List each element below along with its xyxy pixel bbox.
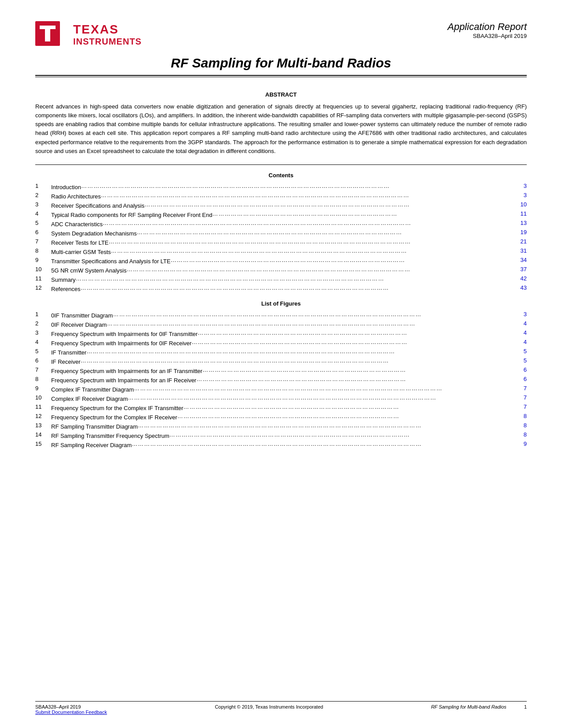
figure-label: 0IF Transmitter Diagram……………………………………………… xyxy=(51,310,514,320)
figure-row: 2 0IF Receiver Diagram………………………………………………… xyxy=(35,320,527,329)
toc-page[interactable]: 10 xyxy=(514,201,527,210)
figure-label: Complex IF Transmitter Diagram…………………………… xyxy=(51,385,514,394)
svg-rect-2 xyxy=(45,29,50,41)
toc-label: Summary………………………………………………………………………………………… xyxy=(51,275,514,284)
figure-label: Frequency Spectrum for the Complex IF Re… xyxy=(51,412,514,422)
toc-num: 9 xyxy=(35,256,51,265)
figure-page[interactable]: 9 xyxy=(514,440,527,449)
figure-label-text: RF Sampling Transmitter Frequency Spectr… xyxy=(51,433,169,439)
footer: SBAA328–April 2019 Submit Documentation … xyxy=(0,701,562,715)
toc-label: Receiver Specifications and Analysis…………… xyxy=(51,201,514,210)
toc-label-text: Multi-carrier GSM Tests xyxy=(51,249,111,255)
toc-label: Multi-carrier GSM Tests……………………………………………… xyxy=(51,247,514,256)
figures-title: List of Figures xyxy=(35,300,527,307)
toc-page[interactable]: 11 xyxy=(514,210,527,219)
figure-label: RF Sampling Receiver Diagram………………………………… xyxy=(51,440,514,449)
figure-dots: ……………………………………………………………………………………………………… xyxy=(169,431,410,438)
toc-label-text: System Degradation Mechanisms xyxy=(51,230,137,237)
toc-page[interactable]: 3 xyxy=(514,182,527,191)
figure-dots: ………………………………………………………………………………………… xyxy=(197,329,407,336)
footer-page: 1 xyxy=(524,704,527,709)
figure-page[interactable]: 8 xyxy=(514,422,527,431)
figure-dots: ……………………………………………………………………………………………… xyxy=(177,413,399,419)
toc-page[interactable]: 3 xyxy=(514,191,527,201)
toc-row: 6 System Degradation Mechanisms………………………… xyxy=(35,228,527,238)
figure-dots: ………………………………………………………………………………………… xyxy=(196,376,406,382)
toc-label-text: 5G NR cmW System Analysis xyxy=(51,267,127,274)
figure-page[interactable]: 8 xyxy=(514,431,527,440)
toc-page[interactable]: 37 xyxy=(514,265,527,275)
figure-dots: …………………………………………………………………………………………… xyxy=(192,339,408,345)
figure-num: 7 xyxy=(35,366,51,375)
toc-row: 11 Summary………………………………………………………………………………… xyxy=(35,275,527,284)
figure-label: IF Transmitter……………………………………………………………………… xyxy=(51,347,514,357)
figure-dots: …………………………………………………………………………………………………………… xyxy=(113,311,421,317)
toc-label-text: Transmitter Specifications and Analysis … xyxy=(51,258,171,265)
toc-dots: …………………………………………………………………………………………………………… xyxy=(145,201,410,208)
toc-label-text: ADC Characteristics xyxy=(51,221,103,228)
figure-num: 9 xyxy=(35,385,51,394)
figure-label-text: Frequency Spectrum for the Complex IF Re… xyxy=(51,414,177,421)
figure-dots: …………………………………………………………………………………………………………… xyxy=(80,357,389,364)
figure-page[interactable]: 7 xyxy=(514,385,527,394)
figure-row: 11 Frequency Spectrum for the Complex IF… xyxy=(35,403,527,412)
figure-page[interactable]: 5 xyxy=(514,347,527,357)
toc-num: 8 xyxy=(35,247,51,256)
figure-label-text: Frequency Spectrum with Impairments for … xyxy=(51,340,192,347)
toc-row: 5 ADC Characteristics…………………………………………………… xyxy=(35,219,527,228)
submit-feedback-link[interactable]: Submit Documentation Feedback xyxy=(35,709,107,715)
toc-label: Typical Radio components for RF Sampling… xyxy=(51,210,514,219)
toc-page[interactable]: 21 xyxy=(514,238,527,247)
figure-dots: …………………………………………………………………………………………………………… xyxy=(86,348,395,355)
figure-page[interactable]: 4 xyxy=(514,329,527,338)
figure-num: 1 xyxy=(35,310,51,320)
figure-num: 13 xyxy=(35,422,51,431)
toc-page[interactable]: 19 xyxy=(514,228,527,238)
figure-row: 1 0IF Transmitter Diagram………………………………………… xyxy=(35,310,527,320)
toc-page[interactable]: 42 xyxy=(514,275,527,284)
figures-section: List of Figures 1 0IF Transmitter Diagra… xyxy=(0,293,562,449)
figure-dots: ……………………………………………………………………………………… xyxy=(202,366,406,373)
figure-page[interactable]: 7 xyxy=(514,394,527,403)
figure-num: 14 xyxy=(35,431,51,440)
toc-num: 12 xyxy=(35,284,51,293)
title-section: RF Sampling for Multi-band Radios xyxy=(0,48,562,71)
figures-table: 1 0IF Transmitter Diagram………………………………………… xyxy=(35,310,527,449)
figure-label-text: Frequency Spectrum for the Complex IF Tr… xyxy=(51,405,183,411)
toc-num: 11 xyxy=(35,275,51,284)
report-info: Application Report SBAA328–April 2019 xyxy=(447,21,527,39)
figure-page[interactable]: 5 xyxy=(514,357,527,366)
abstract-section: ABSTRACT Recent advances in high-speed d… xyxy=(0,78,562,156)
svg-rect-1 xyxy=(40,26,56,29)
toc-num: 3 xyxy=(35,201,51,210)
toc-dots: …………………………………………………………………………………………………… xyxy=(171,257,405,263)
figure-label-text: Complex IF Transmitter Diagram xyxy=(51,386,134,393)
toc-num: 10 xyxy=(35,265,51,275)
figure-label: Frequency Spectrum with Impairments for … xyxy=(51,338,514,347)
figure-page[interactable]: 6 xyxy=(514,366,527,375)
title-rule-thick xyxy=(35,75,527,76)
figure-label: Frequency Spectrum for the Complex IF Tr… xyxy=(51,403,514,412)
figure-row: 10 Complex IF Receiver Diagram…………………………… xyxy=(35,394,527,403)
copyright-text: Copyright © 2019, Texas Instruments Inco… xyxy=(215,704,323,709)
figure-dots: …………………………………………………………………………………………………………… xyxy=(107,320,415,327)
toc-num: 7 xyxy=(35,238,51,247)
figure-row: 5 IF Transmitter………………………………………………………………… xyxy=(35,347,527,357)
figure-page[interactable]: 3 xyxy=(514,310,527,320)
figure-page[interactable]: 6 xyxy=(514,375,527,385)
toc-page[interactable]: 34 xyxy=(514,256,527,265)
figure-page[interactable]: 4 xyxy=(514,320,527,329)
figure-page[interactable]: 8 xyxy=(514,412,527,422)
footer-doc-number: SBAA328–April 2019 xyxy=(35,704,107,709)
toc-page[interactable]: 43 xyxy=(514,284,527,293)
toc-dots: …………………………………………………………………………………………………………… xyxy=(111,247,407,254)
figure-num: 3 xyxy=(35,329,51,338)
toc-page[interactable]: 31 xyxy=(514,247,527,256)
toc-page[interactable]: 13 xyxy=(514,219,527,228)
footer-content: SBAA328–April 2019 Submit Documentation … xyxy=(35,704,527,715)
figure-label: Frequency Spectrum with Impairments for … xyxy=(51,375,514,385)
figure-page[interactable]: 4 xyxy=(514,338,527,347)
figure-page[interactable]: 7 xyxy=(514,403,527,412)
contents-section: Contents 1 Introduction……………………………………………… xyxy=(0,165,562,293)
toc-label-text: References xyxy=(51,286,80,292)
